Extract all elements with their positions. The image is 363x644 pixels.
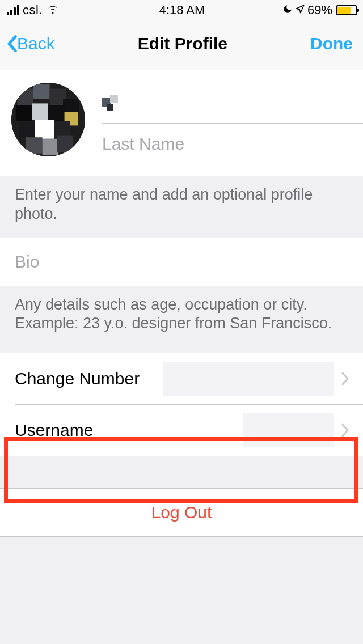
- page-title: Edit Profile: [138, 34, 227, 53]
- nav-bar: Back Edit Profile Done: [0, 20, 363, 70]
- battery-icon: [336, 5, 357, 15]
- svg-rect-14: [57, 136, 74, 152]
- name-hint-text: Enter your name and add an optional prof…: [0, 176, 363, 238]
- last-name-field[interactable]: [102, 124, 363, 164]
- svg-rect-11: [54, 121, 70, 138]
- svg-rect-10: [35, 120, 54, 139]
- change-number-label: Change Number: [15, 369, 163, 388]
- bio-section: Bio: [0, 238, 363, 286]
- back-button[interactable]: Back: [7, 34, 55, 53]
- svg-rect-2: [33, 84, 50, 99]
- location-icon: [295, 4, 305, 17]
- svg-rect-12: [26, 137, 43, 154]
- name-fields: [102, 83, 363, 164]
- username-row[interactable]: Username: [0, 405, 363, 456]
- chevron-left-icon: [7, 35, 17, 52]
- change-number-row[interactable]: Change Number: [0, 353, 363, 404]
- status-left: csl.: [7, 3, 124, 18]
- svg-rect-9: [19, 121, 35, 138]
- status-bar: csl. 4:18 AM 69%: [0, 0, 363, 20]
- svg-rect-13: [43, 139, 59, 155]
- wifi-icon: [46, 3, 60, 18]
- svg-rect-5: [16, 105, 32, 121]
- status-right: 69%: [240, 3, 357, 18]
- status-time: 4:18 AM: [124, 3, 240, 18]
- carrier-label: csl.: [23, 3, 43, 18]
- chevron-right-icon: [341, 423, 352, 438]
- svg-rect-7: [48, 105, 65, 121]
- logout-section: Log Out: [0, 488, 363, 537]
- done-button[interactable]: Done: [310, 34, 353, 53]
- username-value: [243, 413, 334, 447]
- bio-placeholder: Bio: [15, 252, 39, 272]
- back-label: Back: [17, 34, 55, 53]
- first-name-field[interactable]: [102, 83, 363, 124]
- name-section: [0, 70, 363, 176]
- username-label: Username: [15, 421, 243, 440]
- svg-rect-1: [17, 88, 33, 105]
- do-not-disturb-icon: [282, 4, 293, 17]
- account-section: Change Number Username: [0, 353, 363, 456]
- svg-rect-6: [32, 103, 48, 120]
- bio-field[interactable]: Bio: [0, 238, 363, 286]
- change-number-value: [163, 362, 334, 396]
- profile-photo-button[interactable]: [11, 83, 85, 156]
- bio-hint-text: Any details such as age, occupation or c…: [0, 286, 363, 353]
- chevron-right-icon: [341, 371, 352, 386]
- logout-button[interactable]: Log Out: [0, 489, 363, 536]
- battery-percent-label: 69%: [307, 3, 332, 18]
- first-name-value-redacted: [102, 95, 125, 111]
- cellular-signal-icon: [7, 5, 19, 15]
- last-name-input[interactable]: [102, 134, 349, 154]
